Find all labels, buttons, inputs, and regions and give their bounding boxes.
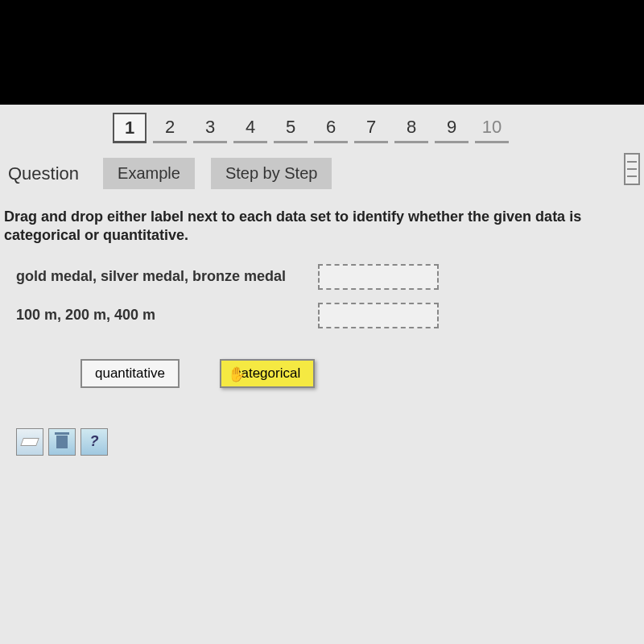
question-nav-3[interactable]: 3	[193, 113, 227, 143]
draggable-row: quantitative categorical ✋	[0, 335, 644, 404]
tab-question[interactable]: Question	[0, 159, 87, 189]
eraser-button[interactable]	[16, 428, 43, 456]
question-nav-2[interactable]: 2	[153, 113, 187, 143]
trash-icon	[56, 436, 68, 448]
question-nav-1[interactable]: 1	[113, 113, 147, 143]
data-row-1: gold medal, silver medal, bronze medal	[0, 258, 644, 296]
top-black-bar	[0, 0, 644, 105]
question-nav-9[interactable]: 9	[435, 113, 469, 143]
tab-example[interactable]: Example	[103, 158, 195, 189]
drop-zone-2[interactable]	[318, 303, 439, 328]
question-navigation: 1 2 3 4 5 6 7 8 9 10	[0, 105, 644, 151]
eraser-icon	[20, 438, 39, 446]
tab-row: Question Example Step by Step	[0, 151, 644, 196]
toolbar-bottom: ?	[0, 404, 644, 480]
trash-button[interactable]	[48, 428, 76, 456]
data-row-2: 100 m, 200 m, 400 m	[0, 296, 644, 335]
draggable-categorical[interactable]: categorical ✋	[220, 359, 315, 388]
question-nav-7[interactable]: 7	[354, 113, 388, 143]
tab-step-by-step[interactable]: Step by Step	[211, 158, 332, 189]
instructions-text: Drag and drop either label next to each …	[0, 196, 644, 258]
sidebar-toggle-icon[interactable]	[624, 153, 640, 185]
question-nav-8[interactable]: 8	[394, 113, 428, 143]
question-nav-6[interactable]: 6	[314, 113, 348, 143]
question-nav-4[interactable]: 4	[233, 113, 267, 143]
question-nav-10[interactable]: 10	[475, 113, 509, 143]
draggable-quantitative[interactable]: quantitative	[80, 359, 180, 388]
drop-zone-1[interactable]	[318, 264, 439, 290]
data-label-1: gold medal, silver medal, bronze medal	[16, 268, 306, 285]
help-button[interactable]: ?	[80, 428, 108, 456]
question-nav-5[interactable]: 5	[274, 113, 308, 143]
draggable-categorical-label: categorical	[234, 365, 300, 381]
data-label-2: 100 m, 200 m, 400 m	[16, 307, 306, 324]
content-area: 1 2 3 4 5 6 7 8 9 10 Question Example St…	[0, 105, 644, 644]
